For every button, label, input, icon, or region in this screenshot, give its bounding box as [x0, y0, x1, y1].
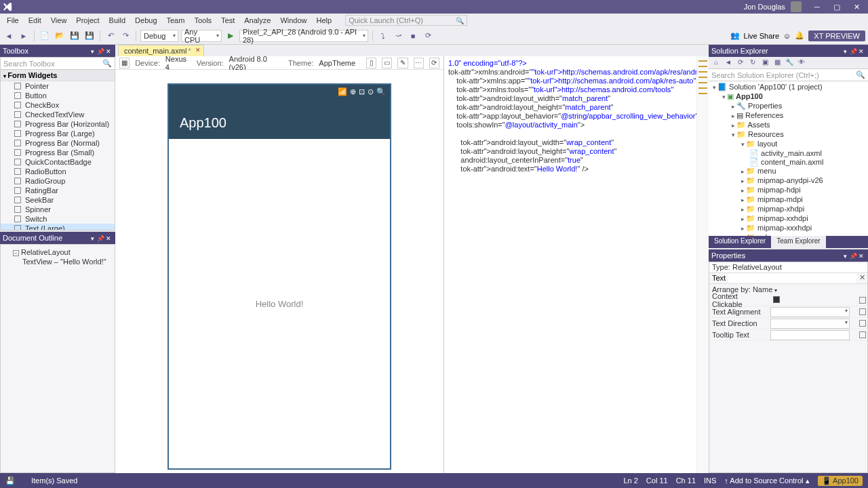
save-button[interactable]: 💾: [68, 30, 81, 42]
menu-view[interactable]: View: [47, 15, 71, 26]
panel-dropdown-icon[interactable]: ▾: [88, 235, 96, 242]
panel-close-icon[interactable]: ✕: [104, 235, 113, 242]
designer-grid-icon[interactable]: ▦: [119, 58, 130, 68]
panel-close-icon[interactable]: ✕: [104, 48, 113, 55]
config-combo[interactable]: Debug: [140, 30, 178, 42]
code-line[interactable]: tok-attr">xmlns:tools=""tok-url">http://…: [448, 85, 705, 94]
node-mipmap-hdpi[interactable]: mipmap-hdpi: [757, 186, 801, 194]
feedback-icon[interactable]: ☺: [783, 32, 791, 40]
toolbox-item[interactable]: RadioGroup: [1, 176, 115, 186]
zoom-out-icon[interactable]: 🔍: [376, 87, 386, 96]
menu-tools[interactable]: Tools: [190, 15, 216, 26]
toolbox-group[interactable]: ▾ Form Widgets: [1, 70, 115, 81]
step-over-button[interactable]: ⤻: [392, 30, 404, 42]
designer-surface[interactable]: 📶 ⊕ ⊡ ⊙ 🔍 App100 Hello World!: [115, 70, 443, 483]
code-line[interactable]: tok-attr">android:layout_height="wrap_co…: [448, 147, 705, 156]
code-line[interactable]: 1.0" encoding="utf-8"?>: [448, 59, 705, 68]
node-menu[interactable]: menu: [757, 167, 776, 175]
menu-file[interactable]: File: [3, 15, 23, 26]
minimize-button[interactable]: ─: [808, 3, 826, 11]
user-name[interactable]: Jon Douglas: [744, 3, 785, 11]
user-avatar-icon[interactable]: [791, 1, 802, 12]
menu-help[interactable]: Help: [313, 15, 336, 26]
menu-project[interactable]: Project: [72, 15, 103, 26]
toolbox-item[interactable]: RadioButton: [1, 167, 115, 176]
new-project-button[interactable]: 📄: [39, 30, 51, 42]
toolbox-item[interactable]: Progress Bar (Large): [1, 129, 115, 138]
close-button[interactable]: ✕: [848, 3, 865, 12]
prop-value-input[interactable]: [770, 319, 850, 329]
toolbox-item[interactable]: Progress Bar (Small): [1, 148, 115, 157]
preview-icon[interactable]: 👁: [797, 58, 806, 68]
live-share-button[interactable]: Live Share: [744, 32, 780, 40]
toolbox-item[interactable]: Progress Bar (Normal): [1, 138, 115, 148]
open-button[interactable]: 📂: [54, 30, 66, 42]
properties-icon[interactable]: 🔧: [785, 58, 794, 68]
refresh-icon[interactable]: ⟳: [429, 58, 439, 68]
menu-window[interactable]: Window: [276, 15, 311, 26]
panel-dropdown-icon[interactable]: ▾: [841, 253, 849, 260]
toolbox-item[interactable]: Text (Large): [1, 224, 115, 230]
restart-button[interactable]: ⟳: [422, 30, 434, 42]
project-node[interactable]: App100: [736, 92, 763, 100]
node-mipmap-mdpi[interactable]: mipmap-mdpi: [757, 195, 803, 203]
code-line[interactable]: tools:showIn="@layout/activity_main">: [448, 121, 705, 129]
nav-back-button[interactable]: ◄: [3, 30, 15, 42]
tab-close-icon[interactable]: ✕: [195, 47, 201, 54]
node-references[interactable]: References: [745, 111, 783, 119]
tab-solution-explorer[interactable]: Solution Explorer: [709, 236, 771, 248]
prop-marker[interactable]: [859, 331, 866, 338]
landscape-icon[interactable]: ▭: [382, 58, 392, 68]
prop-marker[interactable]: [859, 308, 866, 315]
toolbox-item[interactable]: QuickContactBadge: [1, 157, 115, 167]
version-combo[interactable]: Android 8.0 (v26): [229, 55, 283, 71]
notifications-icon[interactable]: 🔔: [795, 31, 804, 40]
panel-close-icon[interactable]: ✕: [857, 253, 865, 260]
node-activity-main[interactable]: activity_main.axml: [761, 149, 822, 157]
node-mipmap-xxxhdpi[interactable]: mipmap-xxxhdpi: [757, 224, 812, 232]
toolbox-item[interactable]: Switch: [1, 214, 115, 224]
outline-root[interactable]: −RelativeLayout: [3, 247, 112, 257]
checkbox-input[interactable]: [773, 296, 780, 303]
code-line[interactable]: android:layout_centerInParent="true": [448, 156, 705, 165]
node-content-main[interactable]: content_main.axml: [761, 158, 823, 166]
toolbox-item[interactable]: Button: [1, 91, 115, 100]
code-line[interactable]: tok-attr">android:layout_width="match_pa…: [448, 94, 705, 103]
run-target-combo[interactable]: Pixel_2_API_28 (Android 9.0 - API 28): [239, 30, 368, 42]
nav-fwd-button[interactable]: ►: [18, 30, 30, 42]
toolbox-item[interactable]: Progress Bar (Horizontal): [1, 119, 115, 129]
theme-combo[interactable]: AppTheme: [319, 59, 355, 67]
sync-icon[interactable]: ⟳: [736, 58, 745, 68]
edit-icon[interactable]: ✎: [397, 58, 408, 68]
expander-icon[interactable]: −: [13, 250, 19, 256]
code-line[interactable]: tok-attr">xmlns:app=""tok-url">http://sc…: [448, 77, 705, 85]
node-properties[interactable]: Properties: [748, 102, 782, 110]
home-icon[interactable]: ⌂: [711, 58, 721, 68]
node-assets[interactable]: Assets: [747, 121, 770, 129]
code-line[interactable]: tok-attr">android:text="Hello World!" />: [448, 165, 705, 174]
solution-tree[interactable]: ▾📘 Solution 'App100' (1 project) ▾▣ App1…: [709, 81, 868, 236]
solex-search-input[interactable]: Search Solution Explorer (Ctrl+;) 🔍: [709, 69, 868, 81]
redo-button[interactable]: ↷: [119, 30, 132, 42]
panel-close-icon[interactable]: ✕: [857, 48, 865, 55]
step-into-button[interactable]: ⤵: [377, 30, 389, 42]
portrait-icon[interactable]: ▯: [366, 58, 376, 68]
panel-dropdown-icon[interactable]: ▾: [88, 48, 96, 55]
quick-launch-input[interactable]: Quick Launch (Ctrl+Q) 🔍: [345, 15, 467, 26]
clear-filter-icon[interactable]: ✕: [856, 273, 867, 283]
pin-icon[interactable]: 📌: [849, 253, 857, 260]
zoom-fit-icon[interactable]: ⊡: [359, 87, 365, 96]
outline-child[interactable]: TextView – "Hello World!": [3, 257, 112, 266]
document-tab[interactable]: content_main.axml* ✕: [118, 45, 204, 56]
pin-icon[interactable]: 📌: [849, 48, 857, 55]
node-mipmap-xhdpi[interactable]: mipmap-xhdpi: [757, 205, 804, 213]
toolbox-item[interactable]: SeekBar: [1, 195, 115, 205]
maximize-button[interactable]: ▢: [828, 3, 846, 12]
editor-minimap[interactable]: [696, 56, 709, 488]
source-control-button[interactable]: ↑ Add to Source Control ▴: [724, 476, 809, 485]
solution-node[interactable]: Solution 'App100' (1 project): [729, 83, 823, 91]
save-all-button[interactable]: 💾: [83, 30, 96, 42]
code-line[interactable]: tok-attr">app:layout_behavior="@string/a…: [448, 112, 705, 121]
platform-combo[interactable]: Any CPU: [181, 30, 222, 42]
refresh-icon[interactable]: ↻: [748, 58, 757, 68]
